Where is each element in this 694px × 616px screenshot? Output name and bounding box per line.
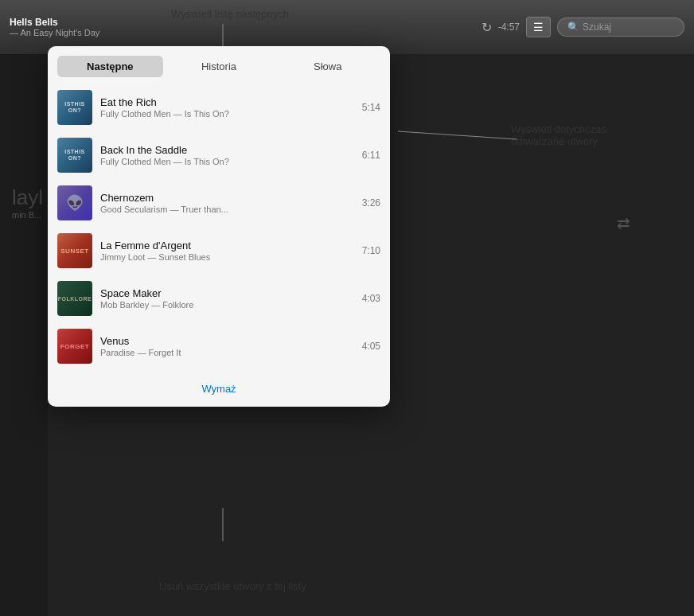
track-info-5: Space MakerMob Barkley — Folklore bbox=[100, 287, 354, 310]
track-info-6: VenusParadise — Forget It bbox=[100, 335, 354, 357]
track-info-3: ChernozemGood Secularism — Truer than... bbox=[100, 192, 354, 214]
album-art-5: FOLKLORE bbox=[57, 281, 92, 316]
clear-button[interactable]: Wymaż bbox=[201, 383, 236, 395]
tab-historia[interactable]: Historia bbox=[166, 56, 272, 77]
search-placeholder: Szukaj bbox=[583, 21, 611, 33]
track-title-6: Venus bbox=[100, 335, 354, 347]
time-remaining: -4:57 bbox=[498, 21, 520, 33]
album-art-2: ISTHISON? bbox=[57, 138, 92, 173]
sidebar bbox=[0, 54, 48, 616]
track-duration-3: 3:26 bbox=[362, 197, 380, 209]
album-art-1: ISTHISON? bbox=[57, 90, 92, 125]
track-item-2[interactable]: ISTHISON?Back In the SaddleFully Clothed… bbox=[53, 131, 385, 179]
search-icon: 🔍 bbox=[567, 21, 579, 33]
track-subtitle-1: Fully Clothed Men — Is This On? bbox=[100, 109, 354, 119]
track-title-5: Space Maker bbox=[100, 287, 354, 299]
track-title-2: Back In the Saddle bbox=[100, 144, 354, 156]
track-info-2: Back In the SaddleFully Clothed Men — Is… bbox=[100, 144, 354, 166]
track-subtitle-4: Jimmy Loot — Sunset Blues bbox=[100, 252, 354, 262]
annotation-top: Wyświetl listę następnych bbox=[171, 8, 289, 20]
album-art-6: FORGET bbox=[57, 329, 92, 364]
clear-section: Wymaż bbox=[48, 373, 390, 404]
album-art-4: SUNSET bbox=[57, 233, 92, 268]
track-duration-2: 6:11 bbox=[362, 150, 380, 161]
track-duration-1: 5:14 bbox=[362, 102, 380, 113]
playlist-label: layl min B... bbox=[12, 185, 43, 220]
repeat-button[interactable]: ↻ bbox=[482, 20, 492, 35]
track-title-3: Chernozem bbox=[100, 192, 354, 204]
popup-panel: Następne Historia Słowa ISTHISON?Eat the… bbox=[48, 46, 390, 407]
track-duration-5: 4:03 bbox=[362, 293, 380, 304]
queue-button[interactable]: ☰ bbox=[526, 17, 551, 37]
track-item-3[interactable]: 👽ChernozemGood Secularism — Truer than..… bbox=[53, 179, 385, 227]
annotation-bottom: Usuń wszystkie utwory z tej listy bbox=[159, 580, 306, 592]
track-item-4[interactable]: SUNSETLa Femme d'ArgentJimmy Loot — Suns… bbox=[53, 227, 385, 275]
track-subtitle-3: Good Secularism — Truer than... bbox=[100, 205, 354, 214]
shuffle-icon[interactable]: ⇄ bbox=[617, 213, 630, 232]
track-subtitle-2: Fully Clothed Men — Is This On? bbox=[100, 157, 354, 166]
track-subtitle-6: Paradise — Forget It bbox=[100, 348, 354, 357]
tab-slowa[interactable]: Słowa bbox=[275, 56, 380, 77]
track-title-1: Eat the Rich bbox=[100, 96, 354, 108]
playlist-title: layl bbox=[12, 185, 43, 210]
track-duration-6: 4:05 bbox=[362, 341, 380, 352]
track-duration-4: 7:10 bbox=[362, 245, 380, 256]
track-title-4: La Femme d'Argent bbox=[100, 240, 354, 251]
annotation-right: Wyświetl dotychczas odtwarzane utwory bbox=[511, 123, 670, 147]
tab-nastepne[interactable]: Następne bbox=[57, 56, 163, 77]
track-subtitle-5: Mob Barkley — Folklore bbox=[100, 300, 354, 310]
now-playing-subtitle: — An Easy Night's Day bbox=[10, 28, 475, 37]
search-bar[interactable]: 🔍 Szukaj bbox=[557, 18, 684, 37]
track-list: ISTHISON?Eat the RichFully Clothed Men —… bbox=[48, 84, 390, 370]
track-item-5[interactable]: FOLKLORESpace MakerMob Barkley — Folklor… bbox=[53, 275, 385, 322]
album-art-3: 👽 bbox=[57, 185, 92, 220]
track-item-1[interactable]: ISTHISON?Eat the RichFully Clothed Men —… bbox=[53, 84, 385, 131]
tabs-row: Następne Historia Słowa bbox=[48, 46, 390, 84]
playlist-meta: min B... bbox=[12, 210, 43, 220]
track-item-6[interactable]: FORGETVenusParadise — Forget It4:05 bbox=[53, 322, 385, 370]
track-info-4: La Femme d'ArgentJimmy Loot — Sunset Blu… bbox=[100, 240, 354, 262]
track-info-1: Eat the RichFully Clothed Men — Is This … bbox=[100, 96, 354, 119]
